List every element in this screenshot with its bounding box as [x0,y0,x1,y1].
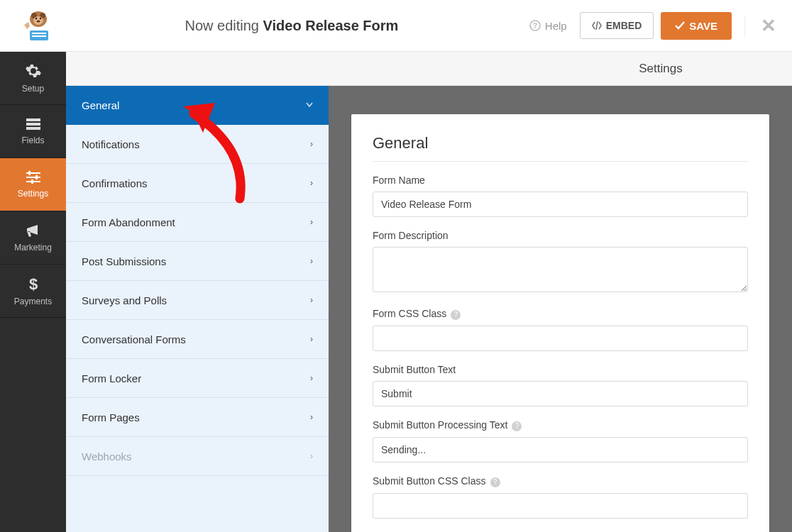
settings-item-conversational-forms[interactable]: Conversational Forms › [66,320,329,359]
svg-text:$: $ [28,275,37,292]
chevron-down-icon [306,100,313,110]
settings-item-notifications[interactable]: Notifications › [66,125,329,164]
save-button[interactable]: SAVE [661,12,732,40]
settings-item-form-pages[interactable]: Form Pages › [66,398,329,437]
chevron-right-icon: › [310,256,313,266]
settings-item-webhooks[interactable]: Webhooks › [66,437,329,476]
chevron-right-icon: › [310,178,313,188]
form-name-input[interactable] [373,192,748,217]
submit-processing-text-input[interactable] [373,437,748,462]
top-bar: Now editing Video Release Form ? Help EM… [0,0,792,52]
svg-point-4 [35,18,37,19]
svg-rect-9 [32,35,46,37]
svg-rect-14 [26,127,40,130]
left-nav: Setup Fields Settings Marketing $ Paymen… [0,52,66,532]
settings-menu: General Notifications › Confirmations › … [66,86,329,532]
close-button[interactable]: ✕ [744,15,781,37]
submit-css-class-label: Submit Button CSS Class? [373,475,748,487]
chevron-right-icon: › [310,295,313,305]
svg-point-6 [37,20,40,22]
settings-item-form-locker[interactable]: Form Locker › [66,359,329,398]
chevron-right-icon: › [310,373,313,383]
form-name-label: Form Name [373,174,748,186]
settings-item-form-abandonment[interactable]: Form Abandonment › [66,203,329,242]
svg-rect-20 [31,179,33,184]
svg-rect-8 [32,33,46,34]
submit-button-text-label: Submit Button Text [373,364,748,375]
form-description-input[interactable] [373,247,748,292]
panel-title: General [373,134,748,162]
chevron-right-icon: › [310,217,313,227]
settings-item-surveys-polls[interactable]: Surveys and Polls › [66,281,329,320]
svg-rect-13 [26,123,40,126]
svg-rect-19 [35,175,38,179]
page-title: Settings [66,52,792,86]
chevron-right-icon: › [310,139,313,149]
app-logo [11,8,54,43]
submit-css-class-input[interactable] [373,493,748,519]
now-editing-label: Now editing Video Release Form [54,18,529,34]
svg-text:?: ? [533,22,537,30]
svg-rect-18 [28,171,31,175]
form-css-class-label: Form CSS Class? [373,308,748,320]
svg-point-5 [40,18,41,19]
nav-marketing[interactable]: Marketing [0,211,66,265]
settings-item-post-submissions[interactable]: Post Submissions › [66,242,329,281]
chevron-right-icon: › [310,334,313,344]
chevron-right-icon: › [310,451,313,461]
help-icon[interactable]: ? [512,421,522,431]
form-description-label: Form Description [373,230,748,241]
svg-rect-12 [26,118,40,121]
general-panel: General Form Name Form Description Form … [351,114,769,532]
help-icon[interactable]: ? [490,477,500,487]
nav-fields[interactable]: Fields [0,105,66,158]
nav-settings[interactable]: Settings [0,158,66,211]
submit-button-text-input[interactable] [373,381,748,406]
svg-rect-16 [26,177,40,178]
content-area: General Form Name Form Description Form … [329,86,792,532]
settings-item-confirmations[interactable]: Confirmations › [66,164,329,203]
nav-payments[interactable]: $ Payments [0,265,66,318]
help-link[interactable]: ? Help [529,20,567,32]
nav-setup[interactable]: Setup [0,52,66,105]
settings-item-general[interactable]: General [66,86,329,125]
form-css-class-input[interactable] [373,326,748,351]
chevron-right-icon: › [310,412,313,422]
submit-processing-text-label: Submit Button Processing Text? [373,419,748,431]
embed-button[interactable]: EMBED [580,12,654,39]
help-icon[interactable]: ? [451,310,461,320]
